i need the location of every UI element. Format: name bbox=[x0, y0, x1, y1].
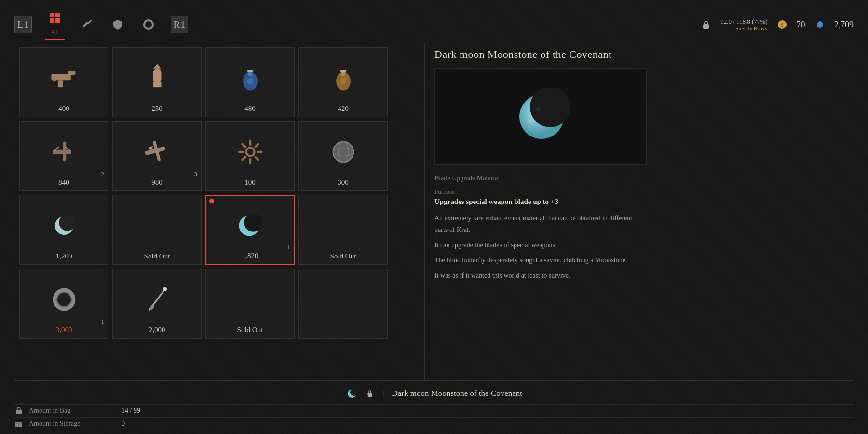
tab-weapons-icon bbox=[78, 16, 95, 33]
svg-rect-20 bbox=[340, 70, 346, 72]
item-cell-7[interactable]: 100 bbox=[205, 121, 295, 191]
svg-rect-36 bbox=[238, 151, 244, 153]
item-quantity-13: 1 bbox=[101, 318, 105, 326]
tab-armor[interactable] bbox=[109, 16, 126, 33]
item-price-3: 480 bbox=[244, 103, 256, 113]
item-price-8: 300 bbox=[338, 176, 349, 187]
item-cell-5[interactable]: 2840 bbox=[19, 121, 108, 191]
detail-desc-line: It can upgrade the blades of special wea… bbox=[434, 240, 642, 251]
currency2-value: 2,709 bbox=[834, 20, 854, 30]
amount-in-bag-row: Amount in Bag 14 / 99 bbox=[14, 404, 854, 415]
storage-label: Amount in Storage bbox=[29, 420, 116, 428]
item-price-2: 250 bbox=[151, 103, 163, 113]
status-bar: 92.0 / 118.8 (77%) Slightly Heavy $ 70 2… bbox=[701, 18, 854, 31]
item-icon-3 bbox=[235, 54, 266, 103]
item-icon-6 bbox=[142, 127, 173, 176]
detail-panel: Dark moon Moonstone of the Covenant bbox=[424, 43, 854, 380]
tab-all[interactable]: All bbox=[45, 9, 65, 40]
svg-rect-30 bbox=[249, 139, 251, 146]
item-icon-7 bbox=[235, 127, 266, 176]
svg-rect-8 bbox=[68, 71, 75, 75]
svg-point-49 bbox=[163, 287, 167, 291]
tab-armor-icon bbox=[109, 16, 126, 33]
svg-marker-13 bbox=[153, 64, 161, 69]
item-price-1: 400 bbox=[58, 103, 69, 113]
svg-rect-0 bbox=[82, 22, 89, 28]
tab-all-icon bbox=[46, 9, 64, 27]
item-icon-9 bbox=[49, 201, 80, 250]
r1-button[interactable]: R1 bbox=[171, 16, 188, 33]
item-icon-5 bbox=[49, 127, 80, 176]
svg-text:$: $ bbox=[781, 22, 783, 27]
currency2-icon bbox=[815, 20, 825, 29]
weight-icon bbox=[701, 19, 711, 30]
item-price-15: Sold Out bbox=[237, 324, 263, 334]
svg-point-53 bbox=[527, 118, 535, 125]
item-icon-2 bbox=[142, 54, 173, 103]
item-cell-14[interactable]: 2,000 bbox=[112, 269, 202, 339]
item-cell-16[interactable] bbox=[298, 269, 388, 339]
weight-status: Slightly Heavy bbox=[735, 26, 767, 31]
detail-description: An extremely rare enhancement material t… bbox=[434, 213, 642, 282]
item-cell-2[interactable]: 250 bbox=[112, 47, 202, 117]
item-price-11: 1,820 bbox=[242, 250, 258, 260]
item-price-4: 420 bbox=[338, 103, 349, 113]
bottom-section: | Dark moon Moonstone of the Covenant Am… bbox=[0, 380, 868, 434]
storage-icon bbox=[14, 420, 23, 428]
l1-icon: L1 bbox=[14, 16, 32, 33]
item-icon-1 bbox=[49, 54, 80, 103]
item-cell-4[interactable]: 420 bbox=[298, 47, 388, 117]
l1-button[interactable]: L1 bbox=[14, 16, 32, 33]
svg-point-21 bbox=[340, 78, 346, 84]
svg-rect-33 bbox=[254, 156, 259, 162]
detail-desc-line: An extremely rare enhancement material t… bbox=[434, 213, 642, 236]
item-price-13: 3,000 bbox=[56, 324, 72, 334]
item-cell-9[interactable]: 1,200 bbox=[19, 195, 108, 265]
detail-image bbox=[434, 68, 647, 165]
item-price-14: 2,000 bbox=[149, 324, 165, 334]
item-quantity-6: 3 bbox=[194, 170, 198, 178]
svg-rect-23 bbox=[63, 142, 66, 162]
detail-purpose-label: Purpose bbox=[434, 188, 844, 196]
svg-rect-9 bbox=[58, 80, 63, 87]
main-content: 400250480420284039801003001,200Sold Out1… bbox=[0, 43, 868, 380]
storage-value: 0 bbox=[122, 420, 125, 428]
item-cell-6[interactable]: 3980 bbox=[112, 121, 202, 191]
item-cell-13[interactable]: 13,000 bbox=[19, 269, 108, 339]
svg-point-29 bbox=[246, 148, 254, 156]
selected-item-bar: | Dark moon Moonstone of the Covenant bbox=[14, 380, 854, 404]
r1-icon: R1 bbox=[171, 16, 188, 33]
svg-rect-32 bbox=[256, 151, 262, 153]
tab-ring[interactable] bbox=[140, 16, 157, 33]
svg-point-17 bbox=[247, 78, 253, 84]
svg-point-45 bbox=[244, 213, 262, 231]
detail-moon-svg bbox=[512, 88, 570, 146]
item-icon-8 bbox=[328, 127, 359, 176]
svg-point-54 bbox=[536, 107, 541, 112]
item-cell-1[interactable]: 400 bbox=[19, 47, 108, 117]
tab-weapons[interactable] bbox=[78, 16, 95, 33]
svg-rect-22 bbox=[53, 150, 71, 154]
svg-point-47 bbox=[57, 292, 71, 307]
svg-point-2 bbox=[144, 20, 153, 29]
item-quantity-5: 2 bbox=[101, 170, 105, 178]
item-cell-12: Sold Out bbox=[298, 195, 388, 265]
detail-title: Dark moon Moonstone of the Covenant bbox=[434, 48, 844, 61]
tab-all-label: All bbox=[51, 28, 59, 36]
item-price-7: 100 bbox=[244, 176, 256, 187]
nav-tabs: L1 All bbox=[14, 9, 188, 40]
item-cell-11[interactable]: 11,820 bbox=[205, 195, 295, 265]
svg-rect-11 bbox=[153, 69, 161, 83]
item-quantity-11: 1 bbox=[287, 244, 290, 251]
item-cell-3[interactable]: 480 bbox=[205, 47, 295, 117]
svg-rect-31 bbox=[254, 142, 259, 148]
item-cell-15: Sold Out bbox=[205, 269, 295, 339]
item-cell-8[interactable]: 300 bbox=[298, 121, 388, 191]
currency1-value: 70 bbox=[797, 20, 805, 30]
item-icon-4 bbox=[328, 54, 359, 103]
weight-info: 92.0 / 118.8 (77%) Slightly Heavy bbox=[720, 18, 767, 31]
detail-desc-line: The blind butterfly desperately sought a… bbox=[434, 255, 642, 266]
item-cell-10: Sold Out bbox=[112, 195, 202, 265]
svg-rect-35 bbox=[241, 156, 246, 162]
svg-point-43 bbox=[59, 215, 75, 231]
